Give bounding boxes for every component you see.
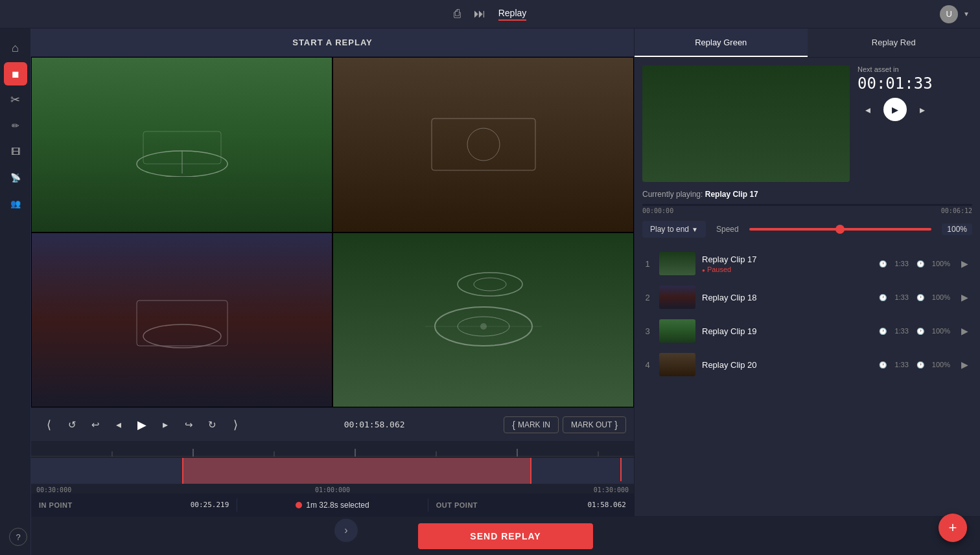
forward-nav-btn[interactable]: › (334, 519, 358, 542)
right-panel: Replay Green Replay Red (634, 28, 980, 516)
preview-overlay (642, 65, 850, 182)
send-replay-button[interactable]: SEND REPLAY (418, 523, 592, 549)
preview-video-feed (642, 65, 850, 182)
progress-bar-track (642, 204, 972, 206)
help-button[interactable]: ? (9, 528, 27, 546)
add-fab-button[interactable]: + (939, 514, 967, 542)
preview-area: Next asset in 00:01:33 ◂ ▶ ▸ (635, 58, 980, 190)
bottom-bar: SEND REPLAY (31, 516, 980, 555)
content-area: START A REPLAY (31, 28, 980, 555)
main-layout: ⌂ ◼ ✂ ✏ 🎞 📡 👥 START A REPLAY (0, 28, 980, 555)
preview-video (642, 65, 850, 182)
main-panel: START A REPLAY (31, 28, 980, 516)
